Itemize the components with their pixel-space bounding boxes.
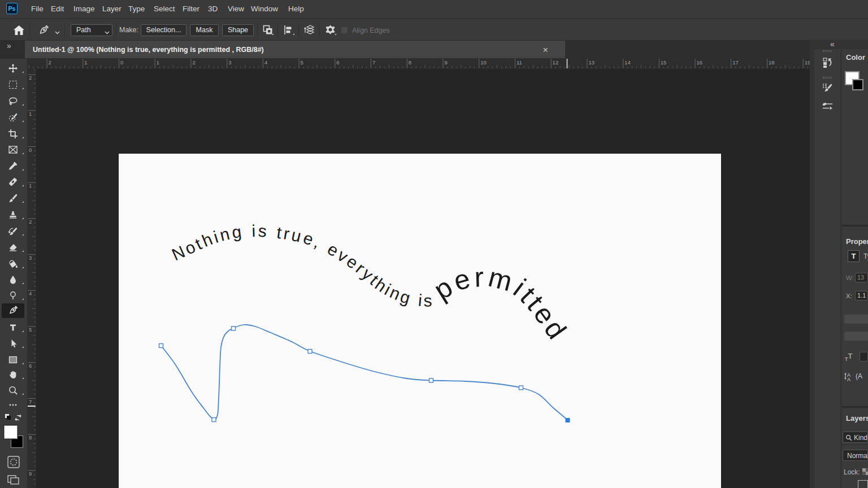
svg-text:16: 16	[697, 59, 703, 66]
svg-text:18: 18	[769, 59, 775, 66]
svg-text:2: 2	[49, 59, 51, 66]
svg-text:13: 13	[588, 59, 594, 66]
svg-text:10: 10	[480, 59, 487, 66]
svg-text:3: 3	[228, 59, 231, 66]
svg-text:17: 17	[732, 59, 739, 66]
svg-text:12: 12	[553, 59, 559, 66]
svg-text:1: 1	[157, 59, 159, 66]
svg-text:8: 8	[409, 59, 411, 66]
svg-text:1: 1	[84, 59, 87, 66]
svg-text:2: 2	[29, 219, 32, 225]
svg-text:15: 15	[661, 59, 667, 66]
svg-text:4: 4	[29, 290, 32, 297]
svg-text:6: 6	[336, 59, 339, 66]
svg-text:14: 14	[624, 59, 631, 66]
svg-text:8: 8	[29, 434, 32, 441]
svg-text:11: 11	[517, 59, 522, 66]
svg-text:9: 9	[29, 470, 32, 477]
svg-text:A: A	[847, 377, 850, 382]
svg-text:1: 1	[29, 182, 32, 189]
svg-text:5: 5	[301, 59, 303, 66]
svg-text:0: 0	[29, 147, 32, 153]
svg-text:7: 7	[372, 59, 375, 66]
svg-text:0: 0	[120, 59, 123, 66]
svg-text:7: 7	[29, 399, 32, 405]
svg-text:4: 4	[264, 59, 267, 66]
svg-text:19: 19	[805, 59, 810, 66]
svg-text:9: 9	[445, 59, 448, 66]
svg-text:2: 2	[192, 59, 195, 66]
svg-text:5: 5	[29, 326, 32, 333]
svg-text:6: 6	[29, 363, 32, 369]
svg-text:1: 1	[29, 111, 32, 117]
svg-text:2: 2	[29, 75, 32, 81]
svg-text:3: 3	[29, 255, 32, 261]
